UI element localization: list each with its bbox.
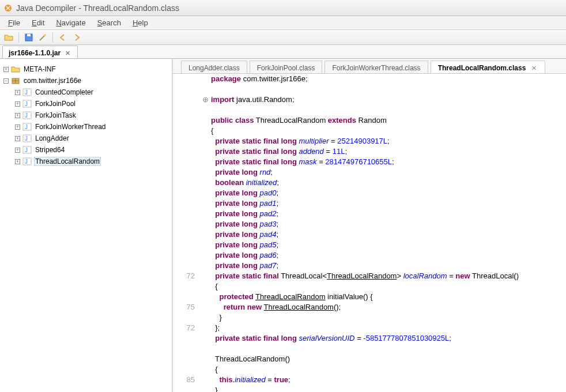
expand-icon[interactable]: + bbox=[15, 136, 20, 141]
code-line[interactable]: protected ThreadLocalRandom initialValue… bbox=[211, 292, 560, 302]
code-area[interactable]: 7275728594 ⊕ package com.twitter.jsr166e… bbox=[173, 74, 566, 392]
code-line[interactable]: ThreadLocalRandom() bbox=[211, 354, 560, 364]
code-line[interactable]: private long pad0; bbox=[211, 188, 560, 198]
fold-marker bbox=[199, 198, 211, 209]
code-line[interactable]: } bbox=[211, 312, 560, 323]
fold-marker bbox=[199, 229, 211, 240]
fold-marker bbox=[199, 323, 211, 333]
expand-icon[interactable]: + bbox=[15, 113, 20, 118]
fold-marker bbox=[199, 292, 211, 302]
code-line[interactable]: this.initialized = true; bbox=[211, 375, 560, 385]
tree-node-class[interactable]: +JThreadLocalRandom bbox=[1, 156, 171, 167]
line-number-gutter: 7275728594 bbox=[173, 74, 199, 392]
code-line[interactable]: boolean initialized; bbox=[211, 178, 560, 188]
code-line[interactable]: private long pad3; bbox=[211, 219, 560, 229]
line-number: 75 bbox=[173, 302, 195, 312]
editor-tab[interactable]: ThreadLocalRandom.class✕ bbox=[431, 61, 546, 73]
close-icon[interactable]: ✕ bbox=[530, 65, 538, 72]
tree-label: LongAdder bbox=[34, 134, 70, 143]
tree-label: Striped64 bbox=[34, 145, 66, 154]
back-arrow-icon[interactable] bbox=[58, 32, 68, 43]
code-line[interactable]: public class ThreadLocalRandom extends R… bbox=[211, 115, 560, 126]
expand-icon[interactable]: + bbox=[15, 148, 20, 153]
code-line[interactable]: private long pad4; bbox=[211, 229, 560, 240]
menu-search[interactable]: Search bbox=[92, 17, 127, 29]
editor-tab[interactable]: ForkJoinWorkerThread.class bbox=[324, 61, 428, 73]
fold-marker bbox=[199, 146, 211, 157]
fold-marker bbox=[199, 250, 211, 261]
editor-pane: LongAdder.classForkJoinPool.classForkJoi… bbox=[173, 59, 566, 392]
code-line[interactable]: private static final long addend = 11L; bbox=[211, 146, 560, 157]
fold-marker bbox=[199, 333, 211, 344]
line-number bbox=[173, 126, 195, 136]
code-line[interactable] bbox=[211, 105, 560, 115]
code-line[interactable]: private static final long mask = 2814749… bbox=[211, 157, 560, 167]
tree-node-class[interactable]: +JStriped64 bbox=[1, 144, 171, 156]
code-line[interactable] bbox=[211, 84, 560, 95]
tree-node-class[interactable]: +JLongAdder bbox=[1, 133, 171, 144]
code-line[interactable]: private long pad6; bbox=[211, 250, 560, 261]
wand-icon[interactable] bbox=[37, 32, 48, 43]
forward-arrow-icon[interactable] bbox=[71, 32, 82, 43]
code-line[interactable]: { bbox=[211, 364, 560, 375]
save-icon[interactable] bbox=[24, 32, 34, 43]
expand-icon[interactable]: + bbox=[15, 159, 20, 164]
code-line[interactable]: private static final ThreadLocal<ThreadL… bbox=[211, 271, 560, 281]
editor-tab[interactable]: ForkJoinPool.class bbox=[250, 61, 323, 73]
fold-marker bbox=[199, 126, 211, 136]
code-line[interactable]: private long pad2; bbox=[211, 209, 560, 219]
code-line[interactable]: }; bbox=[211, 323, 560, 333]
code-line[interactable]: package com.twitter.jsr166e; bbox=[211, 74, 560, 84]
tree-node-class[interactable]: +JForkJoinPool bbox=[1, 98, 171, 110]
class-file-icon: J bbox=[22, 134, 32, 143]
expand-icon[interactable]: + bbox=[15, 125, 20, 130]
collapse-icon[interactable]: − bbox=[3, 78, 9, 84]
line-number bbox=[173, 333, 195, 344]
package-explorer[interactable]: + META-INF − com.twitter.jsr166e +JCount… bbox=[0, 59, 173, 392]
tree-node-package[interactable]: − com.twitter.jsr166e bbox=[1, 75, 171, 86]
code-content[interactable]: package com.twitter.jsr166e;import java.… bbox=[211, 74, 566, 392]
fold-marker bbox=[199, 302, 211, 312]
code-line[interactable]: private long pad7; bbox=[211, 261, 560, 271]
fold-marker bbox=[199, 344, 211, 354]
menu-help[interactable]: Help bbox=[127, 17, 154, 29]
line-number bbox=[173, 167, 195, 178]
menu-file[interactable]: File bbox=[2, 17, 26, 29]
code-line[interactable]: private static final long serialVersionU… bbox=[211, 333, 560, 344]
fold-marker[interactable]: ⊕ bbox=[199, 95, 211, 105]
svg-text:J: J bbox=[25, 147, 28, 153]
code-line[interactable]: return new ThreadLocalRandom(); bbox=[211, 302, 560, 312]
code-line[interactable]: private long rnd; bbox=[211, 167, 560, 178]
open-folder-icon[interactable] bbox=[3, 32, 14, 43]
editor-tab[interactable]: LongAdder.class bbox=[181, 61, 247, 73]
tree-label: META-INF bbox=[22, 65, 57, 74]
close-icon[interactable]: ✕ bbox=[64, 50, 71, 57]
line-number bbox=[173, 281, 195, 292]
menu-navigate[interactable]: Navigate bbox=[50, 17, 91, 29]
expand-icon[interactable]: + bbox=[3, 67, 9, 72]
tree-node-class[interactable]: +JForkJoinTask bbox=[1, 110, 171, 121]
code-line[interactable]: { bbox=[211, 126, 560, 136]
tree-node-meta-inf[interactable]: + META-INF bbox=[1, 63, 171, 75]
code-line[interactable]: private static final long multiplier = 2… bbox=[211, 136, 560, 146]
code-line[interactable] bbox=[211, 344, 560, 354]
line-number bbox=[173, 364, 195, 375]
jar-tab[interactable]: jsr166e-1.1.0.jar ✕ bbox=[2, 46, 78, 58]
svg-text:J: J bbox=[25, 124, 28, 130]
code-line[interactable]: import java.util.Random; bbox=[211, 95, 560, 105]
fold-marker bbox=[199, 375, 211, 385]
tree-node-class[interactable]: +JCountedCompleter bbox=[1, 86, 171, 98]
code-line[interactable]: private long pad5; bbox=[211, 240, 560, 250]
menu-edit[interactable]: Edit bbox=[26, 17, 50, 29]
fold-marker bbox=[199, 105, 211, 115]
code-line[interactable]: } bbox=[211, 385, 560, 392]
fold-marker bbox=[199, 74, 211, 84]
code-line[interactable]: private long pad1; bbox=[211, 198, 560, 209]
expand-icon[interactable]: + bbox=[15, 90, 20, 95]
tree-node-class[interactable]: +JForkJoinWorkerThread bbox=[1, 121, 171, 133]
code-line[interactable]: { bbox=[211, 281, 560, 292]
expand-icon[interactable]: + bbox=[15, 101, 20, 107]
class-file-icon: J bbox=[22, 99, 32, 108]
line-number bbox=[173, 74, 195, 84]
tree-label: ForkJoinTask bbox=[34, 111, 77, 120]
